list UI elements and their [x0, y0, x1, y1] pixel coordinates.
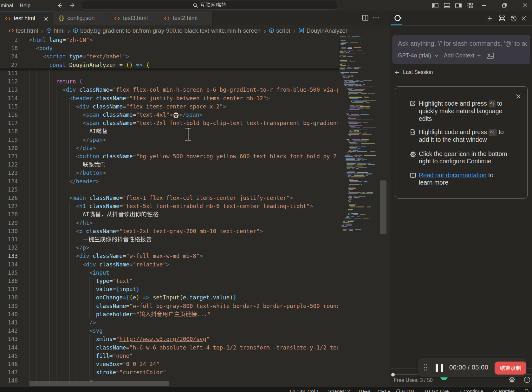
close-window-icon[interactable]: [519, 0, 531, 11]
code-line-116[interactable]: 116 <span className="text-4xl"></span>: [0, 111, 391, 119]
code-line-139[interactable]: 139 className="w-full bg-gray-800 text-w…: [0, 302, 391, 310]
breadcrumb-item-test.html[interactable]: test.html: [9, 27, 38, 34]
breadcrumb-item-body[interactable]: body.bg-gradient-to-br.from-gray-900.to-…: [73, 27, 261, 34]
close-panel-icon[interactable]: [520, 15, 528, 22]
tab-test2.html[interactable]: test2.html: [159, 11, 212, 25]
breadcrumb-item-DouyinAnalyzer[interactable]: DouyinAnalyzer: [298, 27, 347, 34]
toggle-secondary-sidebar-icon[interactable]: [453, 0, 464, 11]
minimap-line: [349, 184, 360, 185]
command-center-search[interactable]: [82, 1, 337, 10]
drag-handle-icon[interactable]: [423, 364, 428, 371]
statusbar-indentation[interactable]: Spaces: 2: [328, 388, 350, 392]
last-session-link[interactable]: Last Session: [394, 68, 433, 76]
minimap-line: [350, 146, 354, 147]
code-line-134[interactable]: 134 <div className="relative">: [0, 260, 391, 269]
code-line-141[interactable]: 141 />: [0, 318, 391, 327]
fullscreen-icon[interactable]: [498, 15, 506, 22]
code-line-126[interactable]: 126 <main className="flex-1 flex flex-co…: [0, 194, 391, 202]
minimap-line: [347, 173, 352, 174]
nav-forward-button[interactable]: [69, 2, 76, 9]
code-line-114[interactable]: 114 <header className="flex justify-betw…: [0, 94, 391, 102]
code-line-120[interactable]: 120 </div>: [0, 144, 391, 152]
code-line-113[interactable]: 113 <div className="flex flex-col min-h-…: [0, 86, 391, 94]
breadcrumb-item-script[interactable]: script: [269, 27, 290, 34]
code-line-136[interactable]: 136 type="text": [0, 277, 391, 285]
code-line-143[interactable]: 143 xmlns="http://www.w3.org/2000/svg": [0, 335, 391, 343]
tab-config.json[interactable]: {}config.json: [53, 11, 109, 25]
code-line-123[interactable]: 123 </button>: [0, 169, 391, 177]
code-line-128[interactable]: 128 AI: [0, 210, 391, 219]
horizontal-scrollbar[interactable]: [29, 381, 169, 386]
history-icon[interactable]: [509, 15, 517, 22]
code-line-131[interactable]: 131: [0, 235, 391, 244]
code-line-122[interactable]: 122: [0, 160, 391, 169]
code-line-129[interactable]: 129 </h1>: [0, 219, 391, 227]
minimap[interactable]: [339, 36, 378, 271]
code-line-137[interactable]: 137 value={input}: [0, 285, 391, 293]
code-line-119[interactable]: 119 </span>: [0, 136, 391, 144]
continue-logo-icon[interactable]: [394, 15, 402, 22]
feedback-icon[interactable]: [523, 376, 531, 383]
statusbar-prettier[interactable]: Prettier: [491, 388, 515, 392]
code-line-146[interactable]: 146 viewBox="0 0 24 24": [0, 360, 391, 368]
menu-item-terminal[interactable]: minal: [1, 0, 13, 11]
free-uses-progress-thumb[interactable]: [391, 373, 395, 376]
tab-test3.html[interactable]: test3.html: [109, 11, 159, 25]
code-editor[interactable]: 111112 return (113 <div className="flex …: [0, 36, 391, 386]
code-line-18[interactable]: 18 <body: [0, 44, 391, 52]
minimap-line: [362, 192, 364, 193]
code-line-27[interactable]: 27 const DouyinAnalyzer = () => {: [0, 61, 391, 69]
vertical-scrollbar[interactable]: [380, 180, 386, 234]
toggle-panel-icon[interactable]: [441, 0, 453, 11]
statusbar-language-mode[interactable]: {}HTML: [395, 388, 415, 392]
statusbar-continue[interactable]: Continue: [457, 388, 483, 392]
new-session-icon[interactable]: [486, 15, 494, 22]
code-line-135[interactable]: 135 <input: [0, 269, 391, 277]
code-line-133[interactable]: 133 <div className="w-full max-w-md mb-8…: [0, 252, 391, 260]
image-attach-icon[interactable]: [487, 53, 494, 59]
close-tab-icon[interactable]: [43, 16, 49, 21]
code-line-24[interactable]: 24 <script type="text/babel">: [0, 52, 391, 61]
code-line-138[interactable]: 138 onChange={(e) => setInput(e.target.v…: [0, 293, 391, 302]
statusbar-notifications[interactable]: [524, 388, 529, 392]
code-line-124[interactable]: 124 </header>: [0, 177, 391, 186]
tab-test.html[interactable]: test.html: [0, 11, 53, 25]
minimize-icon[interactable]: [478, 0, 490, 11]
more-actions-icon[interactable]: [373, 14, 380, 22]
code-line-145[interactable]: 145 fill="none": [0, 352, 391, 360]
chat-input[interactable]: Ask anything, '/' for slash commands, '@…: [393, 35, 530, 64]
code-line-132[interactable]: 132 </p>: [0, 244, 391, 252]
statusbar-eol[interactable]: CRLF: [378, 388, 390, 392]
gear-icon[interactable]: [509, 376, 516, 383]
code-line-117[interactable]: 117 <span className="text-2xl font-bold …: [0, 119, 391, 127]
code-line-118[interactable]: 118 AI: [0, 127, 391, 135]
nav-back-button[interactable]: [56, 2, 63, 9]
close-tips-icon[interactable]: [516, 93, 521, 99]
toggle-primary-sidebar-icon[interactable]: [430, 0, 441, 11]
code-line-127[interactable]: 127 <h1 className="text-5xl font-extrabo…: [0, 202, 391, 210]
statusbar-go-live[interactable]: Go Live: [425, 388, 449, 392]
model-selector[interactable]: GPT-4o (trial): [398, 52, 439, 59]
stop-recording-button[interactable]: [495, 362, 526, 375]
code-line-142[interactable]: 142 <svg: [0, 327, 391, 335]
code-line-111[interactable]: 111: [0, 69, 391, 77]
code-line-121[interactable]: 121 <button className="bg-yellow-500 hov…: [0, 152, 391, 160]
statusbar-encoding[interactable]: UTF-8: [356, 388, 370, 392]
code-line-2[interactable]: 2<html lang="zh-CN">: [0, 36, 391, 44]
add-context-button[interactable]: Add Context+: [444, 52, 481, 59]
menu-item-help[interactable]: Help: [20, 0, 30, 11]
breadcrumb-item-html[interactable]: html: [46, 27, 65, 34]
code-line-112[interactable]: 112 return (: [0, 77, 391, 86]
code-line-147[interactable]: 147 stroke="currentColor": [0, 368, 391, 376]
code-line-130[interactable]: 130 <p className="text-2xl text-gray-200…: [0, 227, 391, 235]
code-line-140[interactable]: 140 placeholder="...": [0, 310, 391, 318]
statusbar-cursor-position[interactable]: Ln 133, Col 1: [290, 388, 319, 392]
pause-button[interactable]: [436, 364, 443, 372]
documentation-link[interactable]: Read our documentation: [419, 172, 487, 179]
code-line-144[interactable]: 144 className="h-6 w-6 absolute left-4 t…: [0, 343, 391, 352]
code-line-115[interactable]: 115 <div className="flex items-center sp…: [0, 102, 391, 111]
restore-icon[interactable]: [499, 0, 510, 11]
split-editor-icon[interactable]: [362, 14, 369, 22]
customize-layout-icon[interactable]: [464, 0, 476, 11]
code-line-125[interactable]: 125: [0, 186, 391, 194]
